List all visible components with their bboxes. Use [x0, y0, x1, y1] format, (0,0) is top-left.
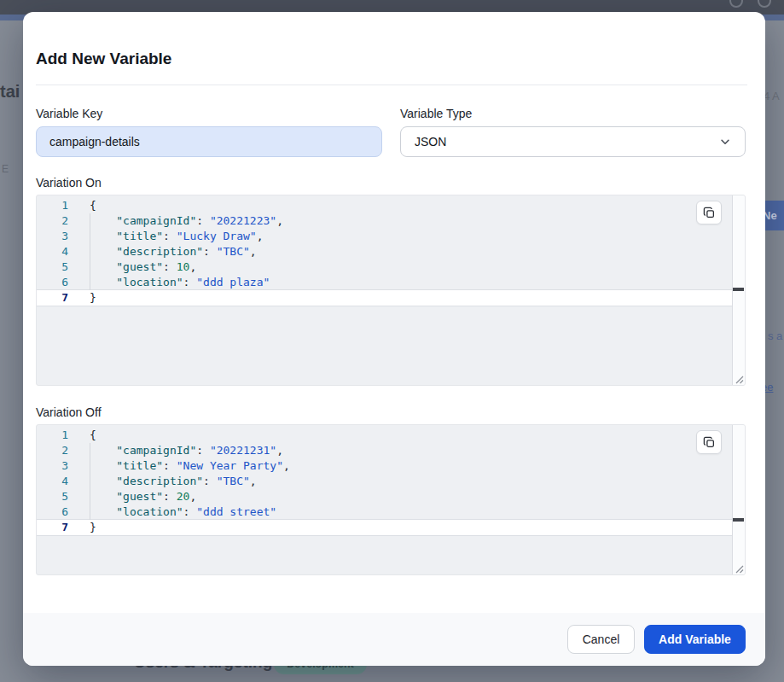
code-text: } — [76, 520, 96, 535]
resize-grip-icon[interactable] — [734, 563, 744, 574]
code-text: "location": "ddd street" — [76, 504, 276, 520]
line-number: 7 — [37, 290, 76, 306]
modal-footer: Cancel Add Variable — [23, 613, 765, 666]
indent-guide — [90, 504, 116, 520]
copy-button[interactable] — [696, 201, 722, 224]
code-line-5[interactable]: 5"guest": 10, — [37, 259, 732, 275]
code-line-2[interactable]: 2"campaignId": "20221231", — [37, 443, 732, 458]
code-text: "title": "Lucky Draw", — [76, 229, 264, 244]
variation-on-label: Variation On — [36, 176, 102, 189]
line-number: 2 — [37, 213, 76, 229]
chevron-down-icon — [719, 136, 731, 148]
code-text: "description": "TBC", — [76, 244, 257, 259]
line-number: 6 — [37, 275, 76, 290]
code-text: { — [76, 428, 96, 443]
code-lines: 1{2"campaignId": "20221231",3"title": "N… — [37, 428, 732, 535]
add-new-variable-modal: Add New Variable Variable Key Variable T… — [23, 12, 765, 666]
scrollbar-thumb[interactable] — [733, 518, 744, 522]
code-text: "guest": 10, — [76, 259, 196, 275]
variable-key-input[interactable] — [36, 126, 382, 157]
indent-guide — [90, 443, 116, 458]
code-line-3[interactable]: 3"title": "Lucky Draw", — [37, 229, 732, 244]
code-text: "title": "New Year Party", — [76, 458, 290, 474]
code-line-6[interactable]: 6"location": "ddd street" — [37, 504, 732, 520]
variation-off-label: Variation Off — [36, 405, 102, 419]
navbar-avatar-icon — [729, 0, 743, 8]
code-text: "description": "TBC", — [76, 474, 257, 489]
code-text: "location": "ddd plaza" — [76, 275, 270, 290]
background-count-fragment: 4 A — [764, 90, 780, 102]
code-line-4[interactable]: 4"description": "TBC", — [37, 474, 732, 489]
line-number: 5 — [37, 489, 76, 504]
scrollbar-thumb[interactable] — [733, 288, 744, 291]
title-divider — [36, 85, 747, 85]
indent-guide — [90, 213, 116, 229]
line-number: 1 — [37, 198, 76, 213]
indent-guide — [90, 474, 116, 489]
code-line-2[interactable]: 2"campaignId": "20221223", — [37, 213, 732, 229]
variable-key-label: Variable Key — [36, 107, 102, 120]
line-number: 5 — [37, 259, 76, 275]
code-line-5[interactable]: 5"guest": 20, — [37, 489, 732, 504]
editor-scrollbar[interactable] — [732, 195, 745, 385]
line-number: 1 — [37, 428, 76, 443]
variation-on-code-editor[interactable]: 1{2"campaignId": "20221223",3"title": "L… — [36, 195, 746, 386]
resize-grip-icon[interactable] — [734, 374, 744, 384]
editor-scrollbar[interactable] — [732, 425, 745, 574]
code-line-1[interactable]: 1{ — [37, 198, 732, 213]
line-number: 4 — [37, 474, 76, 489]
cancel-button[interactable]: Cancel — [567, 625, 635, 654]
add-variable-button[interactable]: Add Variable — [644, 625, 746, 654]
indent-guide — [90, 489, 116, 504]
line-number: 7 — [37, 520, 76, 535]
background-label-fragment: E — [2, 163, 9, 175]
copy-icon — [703, 207, 716, 219]
code-line-4[interactable]: 4"description": "TBC", — [37, 244, 732, 259]
variation-off-code-editor[interactable]: 1{2"campaignId": "20221231",3"title": "N… — [36, 424, 746, 575]
code-line-7[interactable]: 7} — [37, 520, 732, 535]
code-text: "campaignId": "20221231", — [76, 443, 283, 458]
copy-icon — [703, 436, 716, 449]
line-number: 4 — [37, 244, 76, 259]
code-line-7[interactable]: 7} — [37, 290, 732, 306]
variable-type-label: Variable Type — [400, 107, 472, 120]
line-number: 3 — [37, 229, 76, 244]
background-text-fragment: s a — [768, 329, 782, 342]
indent-guide — [90, 259, 116, 275]
code-text: "campaignId": "20221223", — [76, 213, 283, 229]
variable-type-value: JSON — [415, 135, 446, 149]
line-number: 6 — [37, 504, 76, 520]
line-number: 3 — [37, 458, 76, 474]
indent-guide — [90, 275, 116, 290]
modal-title: Add New Variable — [36, 50, 171, 68]
code-lines: 1{2"campaignId": "20221223",3"title": "L… — [37, 198, 732, 306]
code-line-1[interactable]: 1{ — [37, 428, 732, 443]
indent-guide — [90, 458, 116, 474]
variable-type-select[interactable]: JSON — [400, 126, 746, 157]
code-text: { — [76, 198, 96, 213]
background-page-title-fragment: tai — [0, 82, 20, 102]
indent-guide — [90, 244, 116, 259]
copy-button[interactable] — [696, 430, 722, 454]
code-text: "guest": 20, — [76, 489, 196, 504]
code-line-3[interactable]: 3"title": "New Year Party", — [37, 458, 732, 474]
line-number: 2 — [37, 443, 76, 458]
code-text: } — [76, 290, 96, 306]
indent-guide — [90, 229, 116, 244]
code-line-6[interactable]: 6"location": "ddd plaza" — [37, 275, 732, 290]
navbar-avatar-icon — [758, 0, 771, 8]
